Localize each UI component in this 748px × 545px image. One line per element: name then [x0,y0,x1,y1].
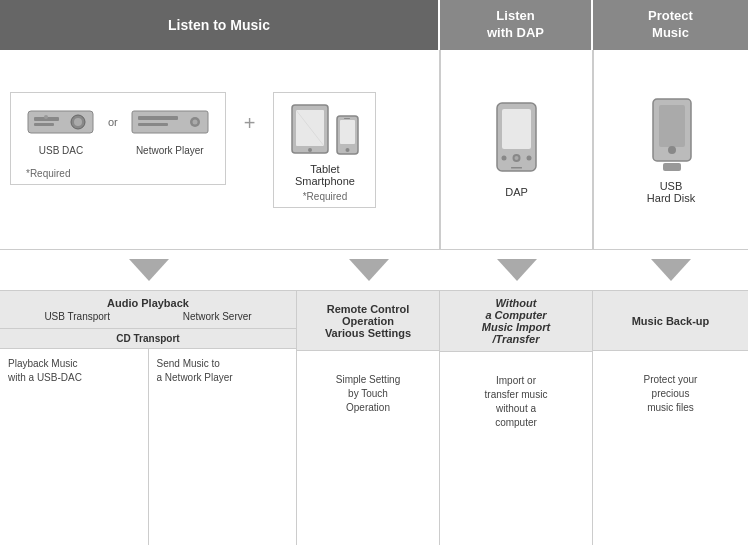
content-protect-section: Music Back-up Protect your precious musi… [593,291,748,545]
device-row: USB DAC or Network [0,50,748,250]
svg-point-24 [527,156,532,161]
protect-text: Protect your precious music files [593,351,748,545]
playback-usb-cell: Playback Music with a USB-DAC [0,349,149,545]
cd-transport-header: CD Transport [0,329,296,349]
required-text: *Required [26,168,70,179]
content-remote-section: Remote Control Operation Various Setting… [297,291,440,545]
svg-point-22 [515,156,519,160]
svg-rect-4 [34,123,54,126]
svg-point-5 [44,115,48,119]
usb-hdd-label: USB Hard Disk [647,180,695,204]
network-player-device: Network Player [130,103,210,156]
svg-point-17 [346,148,350,152]
simple-setting-text: Simple Setting by Touch Operation [297,351,439,545]
device-listen-section: USB DAC or Network [0,50,440,249]
arrow-down-icon-4 [651,259,691,281]
dap-device-section: DAP [440,50,593,249]
svg-rect-7 [138,116,178,120]
content-dap-section: Without a Computer Music Import /Transfe… [440,291,593,545]
usb-dac-device: USB DAC [26,103,96,156]
without-computer-header: Without a Computer Music Import /Transfe… [440,291,592,352]
arrow-down-icon-2 [349,259,389,281]
audio-playback-header: Audio Playback USB Transport Network Ser… [0,291,296,329]
header-dap: Listen with DAP [440,0,593,50]
svg-rect-16 [340,120,355,144]
smartphone-icon [335,114,360,158]
arrow-row [0,250,748,290]
usb-transport-label: USB Transport [44,311,110,322]
tablet-label: Tablet Smartphone [295,163,355,187]
svg-rect-8 [138,123,168,126]
svg-rect-18 [344,118,350,119]
svg-rect-20 [502,109,531,149]
plus-icon: + [244,112,256,135]
tablet-required: *Required [303,191,347,202]
svg-point-23 [502,156,507,161]
dap-label: DAP [505,186,528,198]
svg-rect-27 [659,105,685,147]
svg-point-28 [668,146,676,154]
svg-rect-25 [511,167,522,169]
or-text: or [108,116,118,128]
send-network-text: Send Music to a Network Player [157,358,233,383]
usb-hdd-device-section: USB Hard Disk [593,50,748,249]
content-row: Audio Playback USB Transport Network Ser… [0,290,748,545]
content-listen-body: Playback Music with a USB-DAC Send Music… [0,349,296,545]
devices-left-panel: USB DAC or Network [10,92,226,185]
arrow-protect [593,250,748,290]
usb-hdd-icon [641,95,701,175]
svg-point-13 [308,148,312,152]
svg-point-10 [192,119,197,124]
header-protect: Protect Music [593,0,748,50]
tablet-device-panel: Tablet Smartphone *Required [273,92,376,208]
import-transfer-text: Import or transfer music without a compu… [440,352,592,545]
arrow-listen-right [297,250,440,290]
arrow-listen-left [0,250,297,290]
header-row: Listen to Music Listen with DAP Protect … [0,0,748,50]
svg-point-2 [74,118,82,126]
usb-dac-label: USB DAC [39,145,83,156]
playback-usb-text: Playback Music with a USB-DAC [8,358,82,383]
music-backup-header: Music Back-up [593,291,748,351]
dap-icon [489,101,544,181]
tablet-icon [289,103,331,158]
remote-control-header: Remote Control Operation Various Setting… [297,291,439,351]
svg-rect-29 [663,163,681,171]
network-server-label: Network Server [183,311,252,322]
content-listen-main: Audio Playback USB Transport Network Ser… [0,291,297,545]
network-player-label: Network Player [136,145,204,156]
arrow-down-icon-3 [497,259,537,281]
arrow-down-icon [129,259,169,281]
send-network-cell: Send Music to a Network Player [149,349,297,545]
header-listen: Listen to Music [0,0,440,50]
listen-with-dap-title: Listen with DAP [487,8,544,42]
protect-music-title: Protect Music [648,8,693,42]
arrow-dap [440,250,593,290]
main-container: Listen to Music Listen with DAP Protect … [0,0,748,545]
listen-to-music-title: Listen to Music [168,17,270,33]
